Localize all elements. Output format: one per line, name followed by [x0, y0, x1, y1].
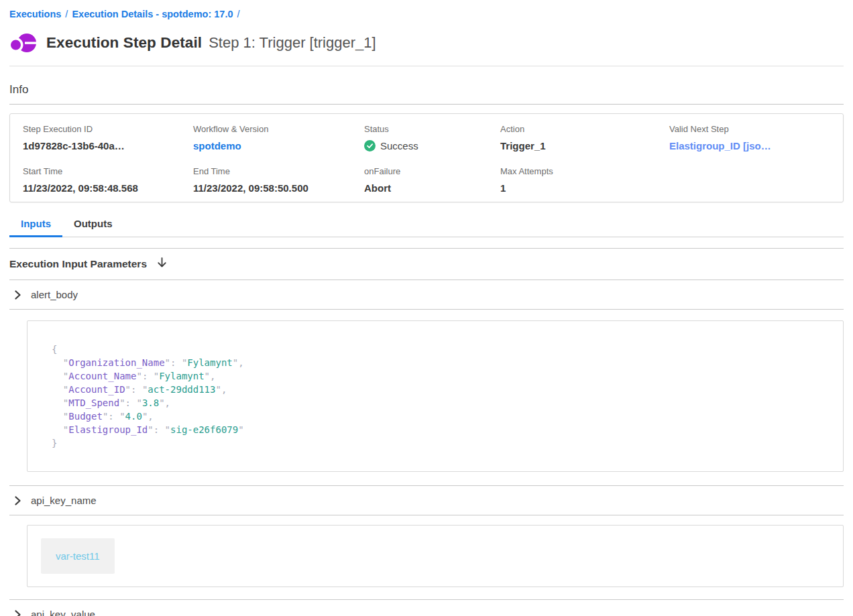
field-label: Action [500, 124, 669, 134]
info-field-valid-next-step: Valid Next Step Elastigroup_ID [jso… [669, 124, 836, 151]
info-field-empty [669, 166, 836, 194]
field-value: 1d97828c-13b6-40a… [23, 140, 193, 151]
field-label: Max Attempts [500, 166, 669, 176]
param-row-alert-body[interactable]: alert_body [9, 280, 844, 310]
field-value: 1 [500, 182, 669, 194]
info-field-status: Status Success [364, 124, 500, 151]
field-value: Abort [364, 182, 500, 194]
alert-body-content-panel: { "Organization_Name": "Fylamynt", "Acco… [27, 320, 844, 472]
execution-input-parameters-header[interactable]: Execution Input Parameters [9, 249, 844, 280]
page-subtitle: Step 1: Trigger [trigger_1] [209, 34, 376, 52]
param-row-api-key-value[interactable]: api_key_value [9, 599, 844, 616]
api-key-name-value: var-test11 [41, 538, 115, 574]
field-label: End Time [193, 166, 364, 176]
param-name: alert_body [31, 289, 78, 300]
param-name: api_key_value [31, 609, 95, 616]
breadcrumb-link-execution-details[interactable]: Execution Details - spotdemo: 17.0 [72, 9, 233, 19]
divider [9, 104, 844, 105]
tab-inputs[interactable]: Inputs [9, 218, 62, 237]
field-label: Step Execution ID [23, 124, 193, 134]
chevron-right-icon [14, 496, 21, 505]
chevron-right-icon [14, 610, 21, 616]
status-badge: Success [364, 140, 500, 151]
field-label: Workflow & Version [193, 124, 364, 134]
breadcrumb: Executions/Execution Details - spotdemo:… [9, 0, 844, 19]
info-section-heading: Info [9, 83, 844, 97]
info-field-step-execution-id: Step Execution ID 1d97828c-13b6-40a… [23, 124, 193, 151]
chevron-right-icon [14, 290, 21, 300]
field-value: 11/23/2022, 09:58:48.568 [23, 182, 193, 194]
field-value: Trigger_1 [500, 140, 669, 151]
success-check-icon [364, 140, 376, 151]
param-name: api_key_name [31, 495, 97, 506]
divider [9, 66, 844, 66]
info-field-max-attempts: Max Attempts 1 [500, 166, 669, 194]
page-title: Execution Step Detail [46, 34, 202, 52]
breadcrumb-link-executions[interactable]: Executions [9, 9, 61, 19]
breadcrumb-separator: / [65, 9, 68, 19]
field-label: onFailure [364, 166, 500, 176]
page-header: Execution Step Detail Step 1: Trigger [t… [9, 29, 844, 56]
field-label: Valid Next Step [669, 124, 836, 134]
fylamynt-logo-icon [9, 31, 38, 56]
info-field-workflow-version: Workflow & Version spotdemo [193, 124, 364, 151]
api-key-name-content-panel: var-test11 [27, 525, 844, 587]
status-text: Success [380, 140, 418, 151]
info-field-end-time: End Time 11/23/2022, 09:58:50.500 [193, 166, 364, 194]
execution-step-detail-page: Executions/Execution Details - spotdemo:… [0, 0, 853, 616]
field-value: 11/23/2022, 09:58:50.500 [193, 182, 364, 194]
arrow-down-icon[interactable] [157, 257, 167, 271]
info-card: Step Execution ID 1d97828c-13b6-40a… Wor… [9, 113, 844, 202]
alert-body-json-code: { "Organization_Name": "Fylamynt", "Acco… [52, 343, 819, 450]
info-field-start-time: Start Time 11/23/2022, 09:58:48.568 [23, 166, 193, 194]
valid-next-step-link[interactable]: Elastigroup_ID [jso… [669, 140, 836, 151]
param-row-api-key-name[interactable]: api_key_name [9, 485, 844, 515]
field-label: Status [364, 124, 500, 134]
breadcrumb-separator: / [237, 9, 240, 19]
execution-input-parameters-label: Execution Input Parameters [9, 258, 147, 270]
info-field-onfailure: onFailure Abort [364, 166, 500, 194]
tab-outputs[interactable]: Outputs [62, 218, 124, 237]
workflow-link[interactable]: spotdemo [193, 140, 364, 151]
tab-bar: Inputs Outputs [9, 218, 844, 237]
field-label: Start Time [23, 166, 193, 176]
info-field-action: Action Trigger_1 [500, 124, 669, 151]
